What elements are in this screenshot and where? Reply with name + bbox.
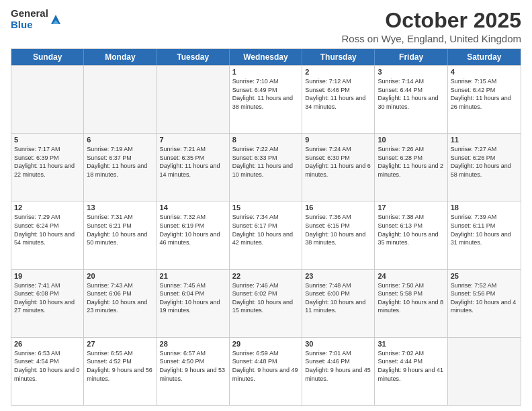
day-number: 25 [451, 272, 518, 280]
header-cell-thursday: Thursday [302, 49, 375, 65]
day-number: 7 [160, 136, 226, 144]
cell-details: Sunrise: 7:27 AM Sunset: 6:26 PM Dayligh… [451, 145, 518, 179]
cell-details: Sunrise: 7:26 AM Sunset: 6:28 PM Dayligh… [378, 145, 444, 179]
header-cell-tuesday: Tuesday [157, 49, 230, 65]
cal-cell: 18Sunrise: 7:39 AM Sunset: 6:11 PM Dayli… [448, 201, 521, 269]
day-number: 4 [451, 68, 518, 76]
cal-cell: 26Sunrise: 6:53 AM Sunset: 4:54 PM Dayli… [11, 338, 84, 405]
cal-cell: 27Sunrise: 6:55 AM Sunset: 4:52 PM Dayli… [84, 338, 157, 405]
day-number: 26 [14, 340, 81, 348]
cal-cell: 6Sunrise: 7:19 AM Sunset: 6:37 PM Daylig… [84, 134, 157, 201]
day-number: 13 [87, 203, 153, 212]
day-number: 28 [160, 340, 226, 348]
day-number: 6 [87, 136, 153, 144]
cal-cell: 4Sunrise: 7:15 AM Sunset: 6:42 PM Daylig… [448, 66, 521, 133]
cal-cell: 15Sunrise: 7:34 AM Sunset: 6:17 PM Dayli… [230, 201, 302, 269]
day-number: 16 [305, 203, 371, 212]
day-number: 20 [87, 272, 153, 280]
cal-row-2: 12Sunrise: 7:29 AM Sunset: 6:24 PM Dayli… [11, 201, 521, 269]
cal-cell: 3Sunrise: 7:14 AM Sunset: 6:44 PM Daylig… [375, 66, 447, 133]
day-number: 5 [14, 136, 81, 144]
cell-details: Sunrise: 7:21 AM Sunset: 6:35 PM Dayligh… [160, 145, 226, 179]
cell-details: Sunrise: 7:01 AM Sunset: 4:46 PM Dayligh… [305, 349, 371, 383]
cal-cell: 5Sunrise: 7:17 AM Sunset: 6:39 PM Daylig… [11, 134, 84, 201]
day-number: 8 [232, 136, 299, 144]
cell-details: Sunrise: 7:12 AM Sunset: 6:46 PM Dayligh… [305, 77, 371, 111]
title-area: October 2025 Ross on Wye, England, Unite… [341, 8, 521, 44]
cell-details: Sunrise: 7:24 AM Sunset: 6:30 PM Dayligh… [305, 145, 371, 179]
header-cell-sunday: Sunday [11, 49, 84, 65]
cell-details: Sunrise: 7:32 AM Sunset: 6:19 PM Dayligh… [160, 213, 226, 246]
cell-details: Sunrise: 7:34 AM Sunset: 6:17 PM Dayligh… [232, 213, 299, 246]
cell-details: Sunrise: 7:45 AM Sunset: 6:04 PM Dayligh… [160, 281, 226, 315]
day-number: 3 [378, 68, 444, 76]
cal-row-0: 1Sunrise: 7:10 AM Sunset: 6:49 PM Daylig… [11, 65, 521, 133]
cal-cell: 23Sunrise: 7:48 AM Sunset: 6:00 PM Dayli… [302, 270, 375, 337]
cell-details: Sunrise: 7:19 AM Sunset: 6:37 PM Dayligh… [87, 145, 153, 179]
cal-cell: 1Sunrise: 7:10 AM Sunset: 6:49 PM Daylig… [230, 66, 302, 133]
cal-cell [84, 66, 157, 133]
day-number: 22 [232, 272, 299, 280]
header-cell-saturday: Saturday [448, 49, 521, 65]
day-number: 23 [305, 272, 371, 280]
subtitle: Ross on Wye, England, United Kingdom [341, 33, 521, 44]
cell-details: Sunrise: 7:17 AM Sunset: 6:39 PM Dayligh… [14, 145, 81, 179]
cal-row-3: 19Sunrise: 7:41 AM Sunset: 6:08 PM Dayli… [11, 269, 521, 337]
cal-cell: 20Sunrise: 7:43 AM Sunset: 6:06 PM Dayli… [84, 270, 157, 337]
day-number: 10 [378, 136, 444, 144]
cal-cell: 9Sunrise: 7:24 AM Sunset: 6:30 PM Daylig… [302, 134, 375, 201]
calendar: SundayMondayTuesdayWednesdayThursdayFrid… [11, 48, 521, 406]
day-number: 2 [305, 68, 371, 76]
cell-details: Sunrise: 7:39 AM Sunset: 6:11 PM Dayligh… [451, 213, 518, 246]
cal-cell: 19Sunrise: 7:41 AM Sunset: 6:08 PM Dayli… [11, 270, 84, 337]
day-number: 29 [232, 340, 299, 348]
header-cell-wednesday: Wednesday [230, 49, 302, 65]
cal-cell: 2Sunrise: 7:12 AM Sunset: 6:46 PM Daylig… [302, 66, 375, 133]
day-number: 24 [378, 272, 444, 280]
day-number: 31 [378, 340, 444, 348]
day-number: 12 [14, 203, 81, 212]
day-number: 17 [378, 203, 444, 212]
day-number: 1 [232, 68, 299, 76]
cal-cell: 12Sunrise: 7:29 AM Sunset: 6:24 PM Dayli… [11, 201, 84, 269]
cell-details: Sunrise: 6:53 AM Sunset: 4:54 PM Dayligh… [14, 349, 81, 383]
day-number: 18 [451, 203, 518, 212]
cell-details: Sunrise: 6:59 AM Sunset: 4:48 PM Dayligh… [232, 349, 299, 383]
cell-details: Sunrise: 7:31 AM Sunset: 6:21 PM Dayligh… [87, 213, 153, 246]
cell-details: Sunrise: 7:22 AM Sunset: 6:33 PM Dayligh… [232, 145, 299, 179]
logo: General Blue [11, 8, 62, 30]
cal-cell [11, 66, 84, 133]
cell-details: Sunrise: 7:02 AM Sunset: 4:44 PM Dayligh… [378, 349, 444, 383]
day-number: 15 [232, 203, 299, 212]
cal-cell [448, 338, 521, 405]
cal-cell: 8Sunrise: 7:22 AM Sunset: 6:33 PM Daylig… [230, 134, 302, 201]
cal-row-1: 5Sunrise: 7:17 AM Sunset: 6:39 PM Daylig… [11, 133, 521, 201]
cell-details: Sunrise: 7:46 AM Sunset: 6:02 PM Dayligh… [232, 281, 299, 315]
header-cell-friday: Friday [375, 49, 447, 65]
cal-cell: 7Sunrise: 7:21 AM Sunset: 6:35 PM Daylig… [157, 134, 230, 201]
cell-details: Sunrise: 7:48 AM Sunset: 6:00 PM Dayligh… [305, 281, 371, 315]
cell-details: Sunrise: 7:14 AM Sunset: 6:44 PM Dayligh… [378, 77, 444, 111]
day-number: 27 [87, 340, 153, 348]
cell-details: Sunrise: 7:41 AM Sunset: 6:08 PM Dayligh… [14, 281, 81, 315]
cal-cell: 17Sunrise: 7:38 AM Sunset: 6:13 PM Dayli… [375, 201, 447, 269]
cal-cell: 28Sunrise: 6:57 AM Sunset: 4:50 PM Dayli… [157, 338, 230, 405]
logo-general: General [11, 8, 48, 19]
day-number: 30 [305, 340, 371, 348]
cal-cell: 30Sunrise: 7:01 AM Sunset: 4:46 PM Dayli… [302, 338, 375, 405]
cal-cell: 31Sunrise: 7:02 AM Sunset: 4:44 PM Dayli… [375, 338, 447, 405]
page: General Blue October 2025 Ross on Wye, E… [0, 0, 532, 411]
cal-cell: 25Sunrise: 7:52 AM Sunset: 5:56 PM Dayli… [448, 270, 521, 337]
header-cell-monday: Monday [84, 49, 157, 65]
cal-cell: 13Sunrise: 7:31 AM Sunset: 6:21 PM Dayli… [84, 201, 157, 269]
cal-cell: 10Sunrise: 7:26 AM Sunset: 6:28 PM Dayli… [375, 134, 447, 201]
cal-cell: 24Sunrise: 7:50 AM Sunset: 5:58 PM Dayli… [375, 270, 447, 337]
cell-details: Sunrise: 7:43 AM Sunset: 6:06 PM Dayligh… [87, 281, 153, 315]
cell-details: Sunrise: 7:36 AM Sunset: 6:15 PM Dayligh… [305, 213, 371, 246]
cal-cell [157, 66, 230, 133]
cell-details: Sunrise: 6:55 AM Sunset: 4:52 PM Dayligh… [87, 349, 153, 383]
cal-cell: 29Sunrise: 6:59 AM Sunset: 4:48 PM Dayli… [230, 338, 302, 405]
header: General Blue October 2025 Ross on Wye, E… [11, 8, 521, 44]
cell-details: Sunrise: 7:29 AM Sunset: 6:24 PM Dayligh… [14, 213, 81, 246]
logo-blue: Blue [11, 19, 48, 31]
